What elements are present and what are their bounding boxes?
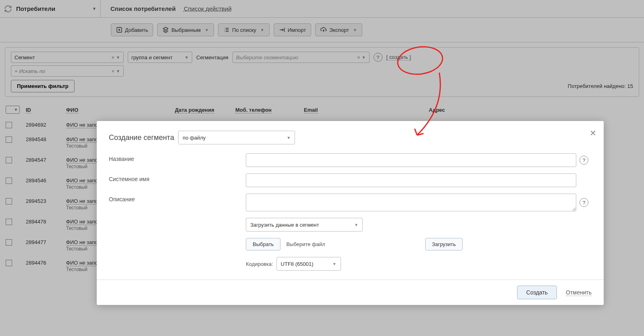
chevron-down-icon: ▼: [328, 262, 337, 266]
import-icon: [279, 27, 285, 33]
layers-icon: [162, 27, 169, 33]
help-icon[interactable]: ?: [374, 53, 382, 62]
selected-button-label: Выбранным: [171, 27, 201, 33]
cell-id: 2894546: [26, 177, 66, 184]
label-name: Название: [109, 153, 246, 162]
chevron-down-icon: ▼: [282, 136, 291, 140]
segment-select-label: Сегмент: [15, 54, 35, 61]
segmentation-select[interactable]: Выберите сегментацию × ▼: [233, 52, 370, 63]
filter-panel: Сегмент × ▼ группа и сегмент ▼ Сегментац…: [5, 47, 639, 97]
segmentation-label: Сегментация: [196, 54, 229, 61]
apply-filter-button[interactable]: Применить фильтр: [11, 80, 75, 92]
table-header: ▼ ID ФИО Дата рождения Моб. телефон Emai…: [0, 102, 644, 118]
th-name[interactable]: ФИО: [66, 107, 79, 113]
group-segment-label: группа и сегмент: [131, 54, 172, 61]
th-addr: Адрес: [429, 107, 445, 113]
load-mode-select[interactable]: Загрузить данные в сегмент ▼: [246, 218, 363, 232]
chevron-down-icon: ▼: [116, 55, 120, 60]
group-segment-select[interactable]: группа и сегмент ▼: [128, 52, 192, 63]
select-all-checkbox[interactable]: ▼: [6, 106, 20, 114]
create-segment-modal: ✕ Создание сегмента по файлу ▼ Название …: [97, 121, 604, 305]
row-checkbox[interactable]: [6, 177, 12, 184]
upload-button[interactable]: Загрузить: [425, 238, 463, 250]
cell-id: 2894547: [26, 157, 66, 163]
segment-mode-value: по файлу: [183, 135, 206, 141]
chevron-down-icon: ▼: [260, 28, 264, 32]
chevron-down-icon: ▼: [185, 55, 189, 60]
chevron-down-icon: ▼: [116, 69, 120, 73]
row-checkbox[interactable]: [6, 239, 12, 246]
cloud-export-icon: [320, 27, 327, 33]
th-dob[interactable]: Дата рождения: [175, 107, 214, 113]
tab-list-consumers[interactable]: Список потребителей: [110, 0, 176, 17]
toolbar: Добавить Выбранным ▼ По списку ▼ Импорт …: [0, 18, 644, 42]
help-icon[interactable]: ?: [580, 198, 588, 207]
import-button[interactable]: Импорт: [274, 23, 311, 36]
cell-id: 2894478: [26, 219, 66, 225]
section-title: Потребители: [16, 5, 55, 12]
plus-icon: [116, 27, 123, 33]
chevron-down-icon: ▼: [349, 223, 358, 227]
encoding-value: UTF8 (65001): [281, 261, 314, 267]
clear-icon[interactable]: ×: [355, 54, 362, 61]
modal-title: Создание сегмента: [109, 134, 174, 142]
system-name-input[interactable]: [246, 173, 576, 187]
cell-id: 2894477: [26, 239, 66, 245]
tab-list-actions[interactable]: Список действий: [184, 0, 232, 17]
chevron-down-icon: ▼: [13, 108, 19, 112]
th-id[interactable]: ID: [26, 107, 31, 113]
clear-icon[interactable]: ×: [110, 68, 116, 74]
chevron-down-icon: ▼: [362, 55, 366, 60]
row-checkbox[interactable]: [6, 198, 12, 205]
chevron-down-icon: ▼: [205, 28, 209, 32]
import-button-label: Импорт: [288, 27, 306, 33]
chevron-down-icon: ▼: [92, 6, 96, 11]
label-description: Описание: [109, 194, 246, 202]
row-checkbox[interactable]: [6, 122, 12, 128]
choose-file-hint: Выберите файл: [286, 241, 325, 247]
load-mode-value: Загрузить данные в сегмент: [250, 222, 319, 228]
create-button[interactable]: Создать: [517, 286, 557, 299]
by-list-button[interactable]: По списку ▼: [218, 23, 270, 36]
cancel-link[interactable]: Отменить: [566, 289, 592, 296]
selected-button[interactable]: Выбранным ▼: [157, 23, 214, 36]
th-phone[interactable]: Моб. телефон: [235, 107, 272, 113]
cell-id: 2894548: [26, 136, 66, 142]
help-icon[interactable]: ?: [580, 156, 588, 165]
export-button[interactable]: Экспорт ▼: [315, 23, 362, 36]
by-list-button-label: По списку: [232, 27, 256, 33]
refresh-icon: [4, 5, 12, 13]
segmentation-placeholder: Выберите сегментацию: [236, 54, 299, 61]
encoding-select[interactable]: UTF8 (65001) ▼: [276, 257, 341, 271]
results-count: Потребителей найдено: 15: [568, 83, 633, 89]
row-checkbox[interactable]: [6, 157, 12, 163]
description-textarea[interactable]: [246, 194, 576, 211]
th-email[interactable]: Email: [304, 107, 318, 113]
search-placeholder: + Искать по: [15, 68, 45, 74]
segment-mode-select[interactable]: по файлу ▼: [178, 131, 295, 144]
cell-id: 2894523: [26, 198, 66, 204]
name-input[interactable]: [246, 153, 576, 167]
create-segmentation-link[interactable]: [ создать ]: [386, 54, 411, 61]
chevron-down-icon: ▼: [353, 28, 357, 32]
list-icon: [223, 27, 230, 33]
choose-file-button[interactable]: Выбрать: [246, 238, 280, 250]
row-checkbox[interactable]: [6, 136, 12, 143]
add-button-label: Добавить: [125, 27, 148, 33]
search-filter-input[interactable]: + Искать по × ▼: [11, 65, 124, 77]
row-checkbox[interactable]: [6, 260, 12, 266]
row-checkbox[interactable]: [6, 219, 12, 225]
segment-select[interactable]: Сегмент × ▼: [11, 52, 124, 63]
add-button[interactable]: Добавить: [111, 23, 153, 36]
cell-id: 2894692: [26, 122, 66, 128]
cell-id: 2894476: [26, 260, 66, 266]
label-system-name: Системное имя: [109, 173, 246, 182]
close-icon[interactable]: ✕: [590, 128, 596, 138]
clear-icon[interactable]: ×: [110, 54, 116, 61]
export-button-label: Экспорт: [329, 27, 349, 33]
section-switcher[interactable]: Потребители ▼: [0, 0, 101, 17]
encoding-label: Кодировка:: [246, 261, 273, 267]
